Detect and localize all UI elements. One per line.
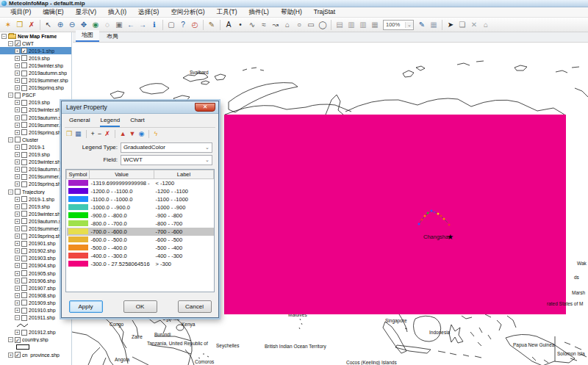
collapse-icon[interactable]: − — [8, 93, 13, 98]
open-icon[interactable]: ❒ — [14, 19, 26, 31]
layer-checkbox[interactable] — [21, 181, 27, 187]
tree-item-201912-shp[interactable]: +201912.shp — [0, 329, 71, 336]
shape-tool-icon[interactable]: ⌂ — [480, 19, 492, 31]
new-icon[interactable]: ✶ — [2, 19, 14, 31]
expand-icon[interactable]: + — [15, 100, 20, 105]
legend-row[interactable]: -500.0 - -400.0-500 - -400 — [67, 244, 214, 252]
layer-checkbox[interactable] — [21, 300, 27, 306]
chevron-down-icon[interactable]: ⌄ — [405, 22, 413, 28]
expand-icon[interactable]: + — [15, 204, 20, 209]
save-icon[interactable]: ▦ — [75, 130, 82, 138]
layer-checkbox[interactable] — [21, 174, 27, 180]
expand-icon[interactable]: + — [15, 107, 20, 112]
expand-icon[interactable]: + — [15, 278, 20, 283]
layer-checkbox[interactable] — [21, 315, 27, 321]
expand-icon[interactable]: + — [15, 197, 20, 202]
expand-icon[interactable]: + — [15, 56, 20, 61]
layer-checkbox[interactable] — [21, 100, 27, 106]
ok-button[interactable]: OK — [123, 300, 157, 313]
expand-icon[interactable]: + — [15, 63, 20, 68]
menu-item[interactable]: 项目(P) — [4, 7, 37, 17]
reverse-order-icon[interactable]: ◉ — [139, 130, 145, 138]
layer-checkbox[interactable]: ✓ — [21, 48, 27, 54]
legend-row[interactable]: -900.0 - -800.0-900 - -800 — [67, 212, 214, 220]
measure-icon[interactable]: ◴ — [189, 19, 201, 31]
zoom-tool-icon[interactable]: ◌ — [101, 19, 113, 31]
label-icon[interactable]: A — [223, 19, 234, 31]
collapse-icon[interactable]: − — [8, 41, 13, 46]
expand-icon[interactable]: + — [15, 263, 20, 268]
field-combo[interactable]: WCWT ⌄ — [121, 155, 212, 165]
expand-icon[interactable]: + — [15, 167, 20, 172]
layer-checkbox[interactable] — [21, 256, 27, 261]
tree-item-2019summer-shp[interactable]: +2019summer.shp — [0, 77, 71, 84]
layer-checkbox[interactable] — [21, 115, 27, 120]
layer-checkbox[interactable] — [21, 263, 27, 269]
layer-checkbox[interactable] — [21, 152, 27, 158]
layer-checkbox[interactable] — [21, 308, 27, 314]
zoom-level-combo[interactable]: 100% ⌄ — [383, 20, 414, 30]
collapse-icon[interactable]: − — [8, 189, 13, 195]
legend-type-combo[interactable]: GraduatedColor ⌄ — [121, 142, 212, 153]
expand-icon[interactable]: + — [15, 256, 20, 261]
layer-checkbox[interactable] — [21, 292, 27, 298]
expand-icon[interactable]: + — [8, 353, 13, 358]
legend-row[interactable]: -1000.0 - -900.0-1000 - -900 — [67, 203, 214, 212]
curve-icon[interactable]: ≈ — [258, 19, 270, 31]
menu-item[interactable]: 插件(L) — [243, 7, 275, 17]
dialog-title-bar[interactable]: Layer Property ✕ — [62, 101, 218, 114]
info-icon[interactable]: ℹ — [148, 19, 160, 31]
polyline-icon[interactable]: ∿ — [246, 19, 258, 31]
menu-item[interactable]: 工具(T) — [211, 7, 243, 17]
select-element-icon[interactable]: ➤ — [445, 19, 456, 31]
tree-item-country-shp[interactable]: −✓country.shp — [0, 336, 71, 344]
expand-icon[interactable]: + — [15, 115, 20, 120]
point-icon[interactable]: • — [234, 19, 246, 31]
collapse-icon[interactable]: − — [8, 337, 13, 342]
expand-icon[interactable]: + — [15, 286, 20, 291]
layer-checkbox[interactable] — [15, 137, 21, 142]
insert-layout-icon[interactable]: ❏ — [456, 19, 468, 31]
legend-row[interactable]: -400.0 - -300.0-400 - -300 — [67, 252, 214, 260]
layer-checkbox[interactable] — [21, 278, 27, 283]
layer-checkbox[interactable] — [21, 159, 27, 165]
layout-full-icon[interactable]: ▦ — [369, 19, 381, 31]
tree-item-2019spring-shp[interactable]: +2019spring.shp — [0, 84, 71, 92]
dialog-tab-chart[interactable]: Chart — [130, 117, 145, 127]
collapse-icon[interactable]: − — [15, 315, 20, 320]
collapse-icon[interactable]: − — [8, 137, 13, 142]
layer-checkbox[interactable] — [21, 85, 27, 91]
menu-item[interactable]: 帮助(H) — [275, 7, 308, 17]
menu-item[interactable]: 选择(S) — [132, 7, 165, 17]
tree-item-2019-shp[interactable]: +2019.shp — [0, 54, 71, 62]
expand-icon[interactable]: + — [15, 130, 20, 135]
expand-icon[interactable]: + — [15, 85, 20, 90]
remove-break-icon[interactable]: − — [98, 130, 101, 138]
apply-button[interactable]: Apply — [69, 300, 103, 313]
tree-item-pscf[interactable]: −PSCF — [0, 92, 71, 99]
layer-checkbox[interactable] — [21, 203, 27, 209]
expand-icon[interactable]: + — [15, 48, 20, 54]
tree-item-2019winter-shp[interactable]: +2019winter.shp — [0, 62, 71, 69]
layer-checkbox[interactable] — [21, 122, 27, 128]
freehand-icon[interactable]: ↝ — [270, 19, 282, 31]
polygon-icon[interactable]: ⌂ — [282, 19, 293, 31]
expand-icon[interactable]: + — [15, 241, 20, 246]
expand-icon[interactable]: + — [15, 219, 20, 224]
legend-row[interactable]: -600.0 - -500.0-600 - -500 — [67, 236, 214, 244]
expand-icon[interactable]: + — [15, 234, 20, 239]
expand-icon[interactable]: + — [15, 293, 20, 298]
expand-icon[interactable]: + — [15, 271, 20, 276]
expand-icon[interactable]: + — [15, 300, 20, 306]
menu-item[interactable]: 显示(V) — [70, 7, 102, 17]
expand-icon[interactable]: + — [15, 226, 20, 231]
layer-checkbox[interactable] — [21, 144, 27, 150]
edit-start-icon[interactable]: ✎ — [206, 19, 218, 31]
layer-checkbox[interactable] — [21, 330, 27, 336]
layout-zoom-out-icon[interactable]: ▥ — [357, 19, 369, 31]
legend-row[interactable]: -800.0 - -700.0-800 - -700 — [67, 220, 214, 228]
expand-icon[interactable]: + — [15, 123, 20, 128]
layer-checkbox[interactable] — [21, 248, 27, 254]
tree-item-new-map-frame[interactable]: −New Map Frame — [0, 32, 71, 40]
expand-icon[interactable]: + — [15, 71, 20, 76]
